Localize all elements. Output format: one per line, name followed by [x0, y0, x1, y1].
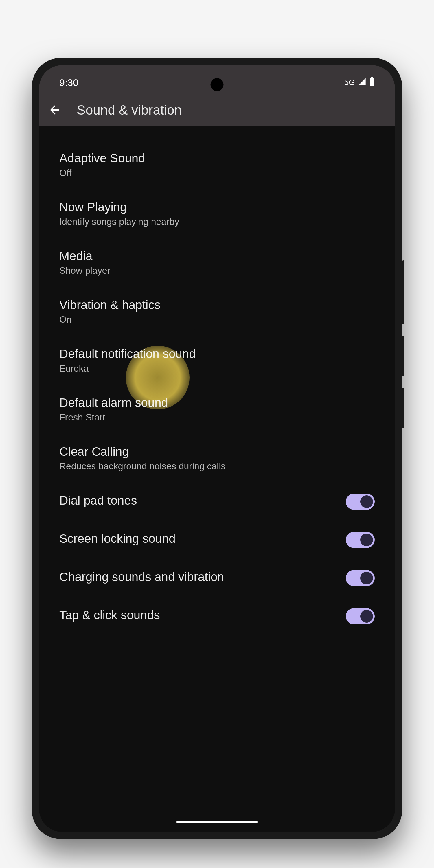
toggle-screen-locking-sound[interactable] — [346, 532, 375, 548]
setting-clear-calling[interactable]: Clear Calling Reduces background noises … — [39, 434, 395, 483]
toggle-dial-pad-tones[interactable] — [346, 494, 375, 510]
setting-now-playing[interactable]: Now Playing Identify songs playing nearb… — [39, 189, 395, 238]
setting-subtitle: Eureka — [59, 363, 375, 374]
battery-icon — [370, 77, 375, 88]
setting-subtitle: Show player — [59, 265, 375, 276]
header-bar: Sound & vibration — [39, 94, 395, 126]
back-button[interactable] — [48, 103, 62, 117]
setting-charging-sounds[interactable]: Charging sounds and vibration — [39, 559, 395, 597]
setting-media[interactable]: Media Show player — [39, 238, 395, 287]
page-title: Sound & vibration — [77, 102, 182, 118]
setting-title: Now Playing — [59, 200, 375, 214]
status-icons: 5G — [344, 77, 375, 88]
setting-default-notification-sound[interactable]: Default notification sound Eureka — [39, 336, 395, 385]
setting-adaptive-sound[interactable]: Adaptive Sound Off — [39, 140, 395, 189]
setting-title: Charging sounds and vibration — [59, 570, 346, 584]
setting-vibration-haptics[interactable]: Vibration & haptics On — [39, 287, 395, 336]
setting-subtitle: Fresh Start — [59, 412, 375, 423]
phone-screen: 9:30 5G Sound & vibration — [39, 65, 395, 832]
network-label: 5G — [344, 78, 355, 87]
status-time: 9:30 — [59, 77, 79, 88]
power-button — [402, 260, 404, 324]
setting-title: Vibration & haptics — [59, 298, 375, 312]
setting-subtitle: Identify songs playing nearby — [59, 216, 375, 227]
setting-default-alarm-sound[interactable]: Default alarm sound Fresh Start — [39, 385, 395, 434]
setting-title: Default notification sound — [59, 347, 375, 361]
setting-title: Dial pad tones — [59, 494, 346, 507]
volume-down-button — [402, 388, 404, 428]
setting-tap-click-sounds[interactable]: Tap & click sounds — [39, 597, 395, 636]
svg-rect-1 — [371, 77, 373, 79]
svg-rect-0 — [370, 78, 374, 86]
setting-subtitle: On — [59, 314, 375, 325]
toggle-tap-click-sounds[interactable] — [346, 608, 375, 624]
setting-subtitle: Off — [59, 167, 375, 178]
phone-device-frame: 9:30 5G Sound & vibration — [32, 58, 402, 839]
settings-content: Adaptive Sound Off Now Playing Identify … — [39, 126, 395, 832]
camera-notch — [211, 78, 224, 91]
setting-title: Clear Calling — [59, 445, 375, 459]
volume-up-button — [402, 336, 404, 376]
signal-icon — [358, 78, 367, 88]
setting-title: Screen locking sound — [59, 532, 346, 546]
setting-subtitle: Reduces background noises during calls — [59, 461, 375, 472]
navigation-bar[interactable] — [177, 821, 257, 823]
setting-title: Adaptive Sound — [59, 151, 375, 165]
setting-dial-pad-tones[interactable]: Dial pad tones — [39, 483, 395, 521]
setting-title: Media — [59, 249, 375, 263]
setting-title: Default alarm sound — [59, 396, 375, 410]
toggle-charging-sounds[interactable] — [346, 570, 375, 586]
setting-screen-locking-sound[interactable]: Screen locking sound — [39, 521, 395, 559]
setting-title: Tap & click sounds — [59, 608, 346, 622]
